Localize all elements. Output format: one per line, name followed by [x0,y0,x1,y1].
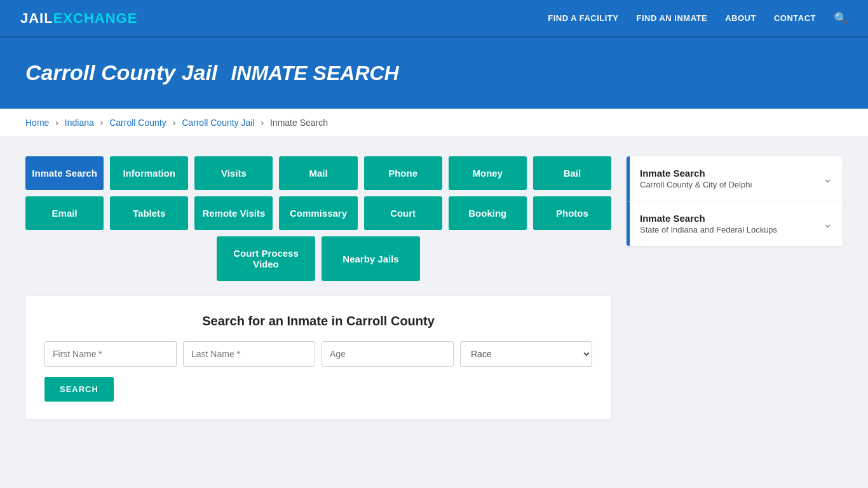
search-box: Search for an Inmate in Carroll County R… [25,296,611,419]
btn-money[interactable]: Money [449,156,527,190]
nav-contact[interactable]: CONTACT [774,13,816,23]
race-select[interactable]: Race White Black Hispanic Asian Other [460,341,592,367]
first-name-input[interactable] [44,341,177,367]
nav-buttons-section: Inmate Search Information Visits Mail Ph… [25,156,611,281]
breadcrumb-indiana[interactable]: Indiana [65,118,94,128]
nav-links: FIND A FACILITY FIND AN INMATE ABOUT CON… [548,11,848,25]
logo-jail: JAIL [20,10,53,27]
nav-row-2: Email Tablets Remote Visits Commissary C… [25,196,611,230]
breadcrumb-inmate-search: Inmate Search [270,118,328,128]
btn-visits[interactable]: Visits [194,156,273,190]
nav-row-3: Court Process Video Nearby Jails [25,236,611,281]
sidebar-item-carroll-county[interactable]: Inmate Search Carroll County & City of D… [627,156,843,201]
btn-commissary[interactable]: Commissary [279,196,357,230]
logo[interactable]: JAILEXCHANGE [20,10,137,27]
sidebar-item-subtitle-1: Carroll County & City of Delphi [640,180,752,189]
btn-phone[interactable]: Phone [364,156,442,190]
btn-photos[interactable]: Photos [533,196,611,230]
main-content: Inmate Search Information Visits Mail Ph… [0,137,868,438]
btn-court-process-video[interactable]: Court Process Video [217,236,315,281]
page-title-italic: INMATE SEARCH [231,62,398,85]
sep-3: › [173,118,176,128]
page-title: Carroll County Jail INMATE SEARCH [25,58,843,86]
breadcrumb-home[interactable]: Home [25,118,49,128]
right-sidebar: Inmate Search Carroll County & City of D… [627,156,843,248]
nav-find-facility[interactable]: FIND A FACILITY [548,13,618,23]
btn-bail[interactable]: Bail [533,156,611,190]
age-input[interactable] [322,341,454,367]
sidebar-item-indiana-federal[interactable]: Inmate Search State of Indiana and Feder… [627,201,843,246]
btn-booking[interactable]: Booking [449,196,527,230]
sidebar-item-title-2: Inmate Search [640,213,777,224]
btn-information[interactable]: Information [110,156,188,190]
breadcrumb-carroll-county[interactable]: Carroll County [109,118,166,128]
btn-court[interactable]: Court [364,196,442,230]
sep-4: › [261,118,264,128]
btn-tablets[interactable]: Tablets [110,196,188,230]
btn-inmate-search[interactable]: Inmate Search [25,156,104,190]
sidebar-card: Inmate Search Carroll County & City of D… [627,156,843,246]
navbar: JAILEXCHANGE FIND A FACILITY FIND AN INM… [0,0,868,38]
sidebar-item-title-1: Inmate Search [640,168,752,179]
btn-mail[interactable]: Mail [279,156,357,190]
sep-1: › [55,118,58,128]
search-fields: Race White Black Hispanic Asian Other [44,341,592,367]
logo-exchange: EXCHANGE [53,10,138,27]
search-title: Search for an Inmate in Carroll County [44,314,592,329]
breadcrumb: Home › Indiana › Carroll County › Carrol… [0,109,868,137]
search-button[interactable]: SEARCH [44,377,114,402]
sidebar-item-subtitle-2: State of Indiana and Federal Lockups [640,225,777,234]
breadcrumb-carroll-county-jail[interactable]: Carroll County Jail [182,118,254,128]
nav-row-1: Inmate Search Information Visits Mail Ph… [25,156,611,190]
hero-section: Carroll County Jail INMATE SEARCH [0,38,868,109]
nav-about[interactable]: ABOUT [725,13,756,23]
btn-remote-visits[interactable]: Remote Visits [194,196,273,230]
sep-2: › [100,118,104,128]
left-column: Inmate Search Information Visits Mail Ph… [25,156,611,419]
chevron-down-icon-1: ⌄ [823,172,832,186]
btn-email[interactable]: Email [25,196,104,230]
nav-find-inmate[interactable]: FIND AN INMATE [636,13,707,23]
chevron-down-icon-2: ⌄ [823,217,832,231]
search-icon[interactable]: 🔍 [834,11,848,25]
last-name-input[interactable] [183,341,315,367]
btn-nearby-jails[interactable]: Nearby Jails [322,236,420,281]
page-title-main: Carroll County Jail [25,60,217,85]
